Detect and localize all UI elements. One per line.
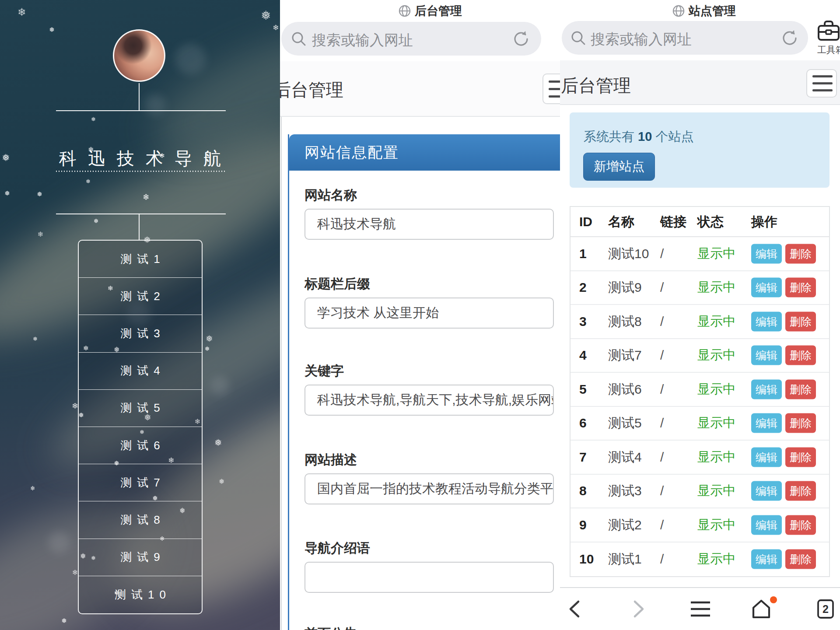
url-search-bar[interactable]: 搜索或输入网址	[562, 21, 808, 55]
delete-button[interactable]: 删除	[785, 244, 816, 263]
table-header-row: ID 名称 链接 状态 操作	[570, 207, 829, 237]
globe-icon	[672, 4, 685, 18]
field-input[interactable]: 科迅技术导航	[304, 209, 554, 240]
snowflake-icon: ❅	[2, 153, 10, 163]
cell-actions: 编辑删除	[751, 244, 819, 263]
edit-button[interactable]: 编辑	[751, 278, 782, 298]
field-input[interactable]: 学习技术 从这里开始	[304, 298, 554, 329]
nav-menu-item[interactable]: 测试4	[79, 353, 202, 390]
delete-button[interactable]: 删除	[785, 413, 816, 433]
browser-tab-title: 后台管理	[398, 4, 462, 18]
delete-button[interactable]: 删除	[785, 379, 816, 399]
nav-menu-item[interactable]: 测试2	[79, 278, 202, 315]
snowflake-icon: ❅	[144, 413, 151, 422]
cell-name: 测试10	[608, 245, 649, 262]
toolbox-label: 工具箱	[817, 44, 840, 56]
edit-button[interactable]: 编辑	[751, 447, 782, 467]
col-header-status: 状态	[697, 213, 724, 231]
cell-actions: 编辑删除	[751, 346, 819, 365]
cell-actions: 编辑删除	[751, 413, 819, 433]
field-value: 国内首屈一指的技术教程活动导航分类平台	[317, 480, 554, 498]
cell-id: 9	[579, 518, 587, 532]
edit-button[interactable]: 编辑	[751, 481, 782, 501]
delete-button[interactable]: 删除	[785, 481, 816, 501]
delete-button[interactable]: 删除	[785, 346, 816, 365]
edit-button[interactable]: 编辑	[751, 244, 782, 263]
nav-menu-item[interactable]: 测试5	[79, 390, 202, 427]
cell-actions: 编辑删除	[751, 278, 819, 298]
search-placeholder: 搜索或输入网址	[312, 31, 413, 50]
cell-name: 测试3	[608, 482, 642, 500]
field-value: 科迅技术导航	[317, 215, 396, 233]
edit-button[interactable]: 编辑	[751, 413, 782, 433]
field-value: 科迅技术导航,导航天下,技术导航,娱乐网站	[317, 391, 554, 409]
search-placeholder: 搜索或输入网址	[591, 30, 692, 49]
nav-menu-item[interactable]: 测试7	[79, 464, 202, 501]
avatar[interactable]	[113, 29, 165, 82]
snowflake-icon: ❅	[214, 438, 222, 447]
navigation-home-panel: 科迅技术导航 测试1测试2测试3测试4测试5测试6测试7测试8测试9测试10 ❄…	[0, 0, 280, 630]
field-label: 首页公告	[304, 625, 357, 630]
edit-button[interactable]: 编辑	[751, 515, 782, 535]
cell-link: /	[660, 450, 664, 465]
page-menu-button[interactable]	[542, 74, 560, 104]
snowflake-icon: ❄	[72, 402, 78, 410]
edit-button[interactable]: 编辑	[751, 312, 782, 331]
field-input[interactable]: 国内首屈一指的技术教程活动导航分类平台	[304, 473, 554, 504]
table-row: 3测试8/显示中编辑删除	[570, 305, 829, 339]
table-row: 5测试6/显示中编辑删除	[570, 373, 829, 407]
page-menu-button[interactable]	[806, 69, 837, 98]
field-label: 网站描述	[304, 451, 357, 469]
refresh-icon[interactable]	[511, 28, 532, 49]
field-value: 学习技术 从这里开始	[317, 304, 439, 322]
delete-button[interactable]: 删除	[785, 550, 816, 569]
snowflake-icon: ❅	[114, 590, 119, 596]
field-input[interactable]: 科迅技术导航,导航天下,技术导航,娱乐网站	[304, 385, 554, 416]
browser-site-management: 站点管理 搜索或输入网址 工具箱 后台管理	[560, 0, 840, 630]
snowflake-icon: ❅	[4, 190, 10, 196]
tabs-button[interactable]: 2	[806, 588, 840, 630]
cell-link: /	[660, 382, 664, 397]
delete-button[interactable]: 删除	[785, 515, 816, 535]
table-row: 6测试5/显示中编辑删除	[570, 407, 829, 441]
cell-link: /	[660, 314, 664, 329]
menu-button[interactable]	[681, 588, 720, 630]
table-row: 2测试9/显示中编辑删除	[570, 271, 829, 305]
edit-button[interactable]: 编辑	[751, 550, 782, 569]
status-badge: 显示中	[697, 448, 735, 466]
field-label: 网站名称	[304, 186, 357, 204]
edit-button[interactable]: 编辑	[751, 379, 782, 399]
cell-link: /	[660, 246, 664, 261]
card-header-title: 网站信息配置	[304, 143, 399, 163]
delete-button[interactable]: 删除	[785, 447, 816, 467]
back-button[interactable]	[560, 588, 595, 630]
cell-link: /	[660, 483, 664, 498]
col-header-id: ID	[579, 214, 592, 229]
snowflake-icon: ❄	[108, 285, 113, 291]
nav-menu-item[interactable]: 测试3	[79, 315, 202, 352]
edit-button[interactable]: 编辑	[751, 346, 782, 365]
home-button[interactable]	[743, 588, 783, 630]
browser-bottom-nav: 2	[560, 587, 840, 630]
nav-menu: 测试1测试2测试3测试4测试5测试6测试7测试8测试9测试10	[78, 240, 203, 614]
cell-name: 测试8	[608, 312, 642, 330]
add-site-button[interactable]: 新增站点	[583, 153, 655, 181]
toolbox-button[interactable]	[817, 20, 840, 42]
snowflake-icon: ❅	[140, 429, 144, 435]
snowflake-icon: ❅	[88, 146, 94, 154]
snowflake-icon: ❅	[61, 617, 67, 624]
delete-button[interactable]: 删除	[785, 312, 816, 331]
field-input[interactable]	[304, 562, 554, 593]
delete-button[interactable]: 删除	[785, 278, 816, 298]
table-row: 10测试1/显示中编辑删除	[570, 542, 829, 577]
forward-button[interactable]	[618, 588, 658, 630]
nav-menu-item[interactable]: 测试10	[79, 576, 202, 613]
nav-menu-item[interactable]: 测试9	[79, 539, 202, 576]
snowflake-icon: ❅	[144, 235, 151, 244]
refresh-icon[interactable]	[779, 28, 800, 49]
site-count-info-box: 系统共有 10 个站点 新增站点	[570, 112, 830, 188]
nav-menu-item[interactable]: 测试1	[79, 241, 202, 278]
cell-link: /	[660, 518, 664, 532]
url-search-bar[interactable]: 搜索或输入网址	[281, 22, 541, 56]
status-badge: 显示中	[697, 245, 735, 262]
